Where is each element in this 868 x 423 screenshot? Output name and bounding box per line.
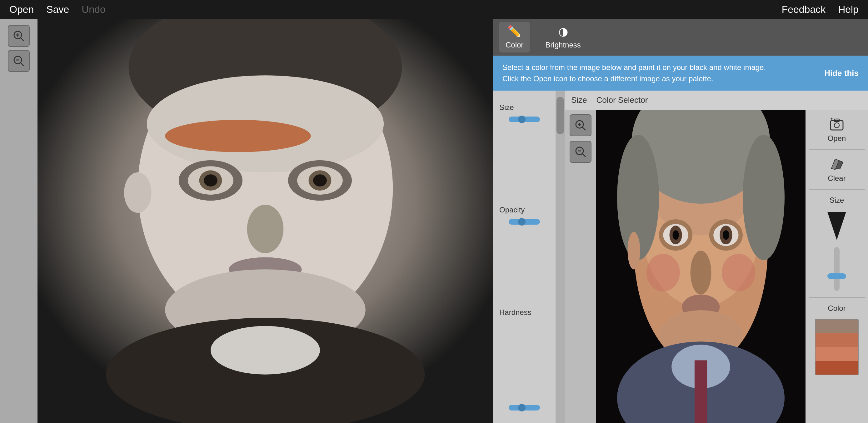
camera-icon: + xyxy=(829,116,844,132)
tab-brightness-label: Brightness xyxy=(545,41,581,50)
svg-text:+: + xyxy=(831,117,833,121)
hide-this-button[interactable]: Hide this xyxy=(824,68,859,78)
menu-right: Feedback Help xyxy=(782,4,859,15)
bw-photo xyxy=(37,19,493,423)
brush-size-slider[interactable] xyxy=(834,247,840,291)
svg-point-26 xyxy=(313,174,327,187)
menu-bar: Open Save Undo Feedback Help xyxy=(0,0,868,19)
color-selector-label: Color Selector xyxy=(596,95,648,105)
hardness-section: Hardness xyxy=(493,302,556,328)
svg-line-31 xyxy=(582,127,586,130)
svg-point-12 xyxy=(165,120,311,153)
cs-zoom-in-button[interactable] xyxy=(569,115,591,136)
hardness-label: Hardness xyxy=(496,308,531,317)
color-selector-header: Size Color Selector xyxy=(565,91,868,110)
cs-zoom-out-button[interactable] xyxy=(569,141,591,163)
svg-line-3 xyxy=(21,38,24,41)
swatch-row-2 xyxy=(815,333,858,347)
cs-open-button[interactable]: + Open xyxy=(828,116,846,143)
color-reference-photo[interactable] xyxy=(596,110,806,423)
tab-color-label: Color xyxy=(505,41,523,50)
menu-help[interactable]: Help xyxy=(838,4,859,15)
vertical-scroll-thumb[interactable] xyxy=(556,97,564,134)
zoom-in-button[interactable] xyxy=(8,25,30,47)
hardness-slider[interactable] xyxy=(509,405,540,411)
right-panel: ✏️ Color ◑ Brightness Select a color fro… xyxy=(493,19,868,423)
size-header-label: Size xyxy=(571,95,587,105)
svg-rect-52 xyxy=(694,360,707,423)
menu-undo[interactable]: Undo xyxy=(82,4,105,15)
left-toolbar xyxy=(0,19,37,423)
canvas-area[interactable] xyxy=(37,19,493,423)
sliders-panel: Size Opacity Hardness xyxy=(493,91,556,423)
svg-point-45 xyxy=(647,254,680,291)
svg-point-44 xyxy=(690,251,711,294)
size-slider[interactable] xyxy=(509,117,540,122)
color-photo-svg xyxy=(596,110,806,423)
divider-2 xyxy=(809,189,865,190)
cs-zoom-out-icon xyxy=(574,145,587,158)
tool-tabs: ✏️ Color ◑ Brightness xyxy=(493,19,868,56)
svg-point-61 xyxy=(834,123,839,128)
swatch-row-4 xyxy=(815,361,858,375)
svg-point-59 xyxy=(628,232,640,269)
svg-point-20 xyxy=(211,326,320,374)
brightness-icon: ◑ xyxy=(558,25,568,38)
eraser-icon xyxy=(829,156,844,171)
svg-point-58 xyxy=(723,230,729,239)
opacity-slider-thumb[interactable] xyxy=(518,218,526,226)
tab-color[interactable]: ✏️ Color xyxy=(499,22,530,53)
divider-3 xyxy=(809,297,865,298)
size-label: Size xyxy=(496,103,514,112)
svg-point-41 xyxy=(743,135,784,260)
zoom-in-icon xyxy=(12,30,25,42)
divider-1 xyxy=(809,149,865,150)
swatch-row-3 xyxy=(815,347,858,361)
cs-open-label: Open xyxy=(828,134,846,143)
color-swatch[interactable] xyxy=(815,319,859,375)
svg-point-46 xyxy=(722,254,755,291)
controls-area: Size Opacity Hardness xyxy=(493,91,868,423)
bottom-slider-section xyxy=(493,399,556,417)
color-selector-area: Size Color Selector xyxy=(565,91,868,423)
opacity-slider[interactable] xyxy=(509,219,540,225)
selector-content: + Open Clear xyxy=(565,110,868,423)
zoom-out-icon xyxy=(12,55,25,67)
cs-size-label: Size xyxy=(830,196,844,205)
brush-size-thumb[interactable] xyxy=(827,273,846,279)
info-text: Select a color from the image below and … xyxy=(502,62,766,84)
svg-line-34 xyxy=(582,154,586,157)
tab-brightness[interactable]: ◑ Brightness xyxy=(539,22,587,53)
zoom-out-button[interactable] xyxy=(8,50,30,72)
svg-line-6 xyxy=(21,63,24,66)
vertical-scrollbar[interactable] xyxy=(556,91,565,423)
size-slider-thumb[interactable] xyxy=(518,116,526,123)
cs-size-section: Size xyxy=(809,196,865,291)
cs-zoom-in-icon xyxy=(574,119,587,132)
hardness-slider-thumb[interactable] xyxy=(518,404,526,412)
svg-point-23 xyxy=(204,174,217,187)
menu-feedback[interactable]: Feedback xyxy=(782,4,826,15)
cs-clear-button[interactable]: Clear xyxy=(828,156,845,183)
brush-size-preview xyxy=(821,207,852,245)
cs-clear-label: Clear xyxy=(828,174,845,183)
svg-point-27 xyxy=(124,172,151,213)
menu-save[interactable]: Save xyxy=(46,4,69,15)
cs-zoom-controls xyxy=(565,110,596,423)
bw-photo-svg xyxy=(37,19,493,423)
svg-point-55 xyxy=(673,230,679,239)
svg-point-15 xyxy=(247,205,284,253)
svg-rect-60 xyxy=(831,121,843,130)
info-banner: Select a color from the image below and … xyxy=(493,56,868,91)
pencil-icon: ✏️ xyxy=(507,25,522,38)
menu-open[interactable]: Open xyxy=(9,4,34,15)
opacity-label: Opacity xyxy=(496,205,525,214)
main-content: ✏️ Color ◑ Brightness Select a color fro… xyxy=(0,19,868,423)
swatch-row-1 xyxy=(815,320,858,333)
cs-right-sidebar: + Open Clear xyxy=(806,110,868,423)
size-section: Size xyxy=(493,97,556,128)
cs-color-label: Color xyxy=(828,304,845,313)
brush-triangle xyxy=(827,212,846,240)
opacity-section: Opacity xyxy=(493,199,556,231)
